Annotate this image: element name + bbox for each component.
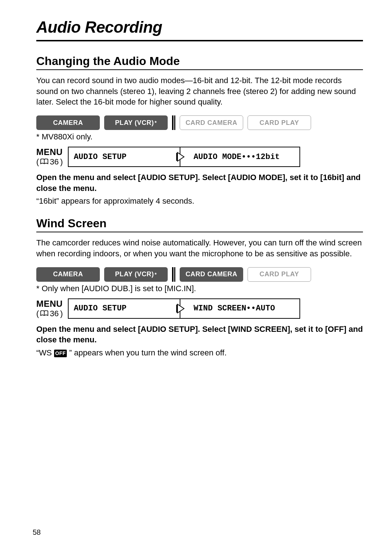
mode-pill-label: CAMERA [53, 119, 83, 127]
menu-row-wind-screen: MENU ( 36) AUDIO SETUP WIND [36, 298, 363, 319]
mode-pill-play-vcr: PLAY (VCR) * [104, 267, 168, 282]
mode-row-audio-mode: CAMERA PLAY (VCR) * CARD CAMERA CARD PLA… [36, 115, 363, 130]
menu-reference: ( 36) [36, 157, 63, 167]
book-icon [40, 157, 48, 167]
svg-marker-4 [177, 304, 184, 313]
off-badge: OFF [54, 350, 67, 357]
mode-pill-camera: CAMERA [36, 115, 100, 130]
menu-box-audio-setup: AUDIO SETUP [68, 147, 180, 167]
audio-mode-intro: You can record sound in two audio modes—… [36, 75, 363, 107]
menu-label: MENU ( 36) [36, 298, 68, 319]
mode-pill-label: CARD PLAY [260, 270, 299, 278]
triangle-right-icon [175, 152, 185, 163]
mode-pill-label: CARD CAMERA [185, 119, 237, 127]
menu-box-audio-mode-value: AUDIO MODE•••12bit [180, 147, 300, 167]
triangle-right-icon [175, 304, 185, 315]
mode-pill-label: CARD CAMERA [185, 270, 237, 278]
menu-label: MENU ( 36) [36, 147, 68, 167]
asterisk-icon: * [155, 272, 157, 277]
svg-marker-1 [177, 152, 184, 161]
menu-box-audio-setup: AUDIO SETUP [68, 298, 180, 319]
mode-pill-card-camera: CARD CAMERA [180, 115, 243, 130]
menu-ref-page: 36 [50, 157, 58, 167]
audio-mode-note: “16bit” appears for approximately 4 seco… [36, 196, 363, 207]
wind-screen-note-suffix: ” appears when you turn the wind screen … [69, 348, 227, 357]
mode-pill-camera: CAMERA [36, 267, 100, 282]
mode-pill-label: CARD PLAY [260, 119, 299, 127]
section-heading-audio-mode: Changing the Audio Mode [36, 54, 363, 70]
menu-reference: ( 36) [36, 309, 63, 318]
wind-screen-intro: The camcorder reduces wind noise automat… [36, 237, 363, 259]
mode-pill-card-play: CARD PLAY [248, 267, 311, 282]
menu-ref-page: 36 [50, 309, 58, 318]
mode-pill-label: CAMERA [53, 270, 83, 278]
wind-screen-instruction: Open the menu and select [AUDIO SETUP]. … [36, 324, 363, 345]
wind-screen-note: “WS OFF ” appears when you turn the wind… [36, 347, 363, 358]
menu-word: MENU [36, 299, 63, 309]
audio-mode-footnote: * MV880Xi only. [36, 132, 363, 142]
menu-word: MENU [36, 147, 63, 157]
audio-mode-instruction: Open the menu and select [AUDIO SETUP]. … [36, 172, 363, 194]
mode-pill-card-play: CARD PLAY [248, 115, 311, 130]
menu-row-audio-mode: MENU ( 36) AUDIO SETUP AUDI [36, 147, 363, 167]
mode-pill-card-camera: CARD CAMERA [180, 267, 243, 282]
section-heading-wind-screen: Wind Screen [36, 217, 363, 232]
vertical-separator [172, 115, 175, 130]
page-number: 58 [33, 528, 41, 537]
page-title: Audio Recording [36, 18, 363, 41]
mode-pill-label: PLAY (VCR) [115, 119, 154, 127]
asterisk-icon: * [155, 120, 157, 126]
book-icon [40, 309, 48, 318]
mode-pill-play-vcr: PLAY (VCR) * [104, 115, 168, 130]
mode-row-wind-screen: CAMERA PLAY (VCR) * CARD CAMERA CARD PLA… [36, 267, 363, 282]
wind-screen-footnote: * Only when [AUDIO DUB.] is set to [MIC.… [36, 284, 363, 293]
vertical-separator [172, 267, 175, 282]
menu-box-wind-screen-value: WIND SCREEN••AUTO [180, 298, 300, 319]
wind-screen-note-prefix: “WS [36, 348, 52, 357]
mode-pill-label: PLAY (VCR) [115, 270, 154, 278]
